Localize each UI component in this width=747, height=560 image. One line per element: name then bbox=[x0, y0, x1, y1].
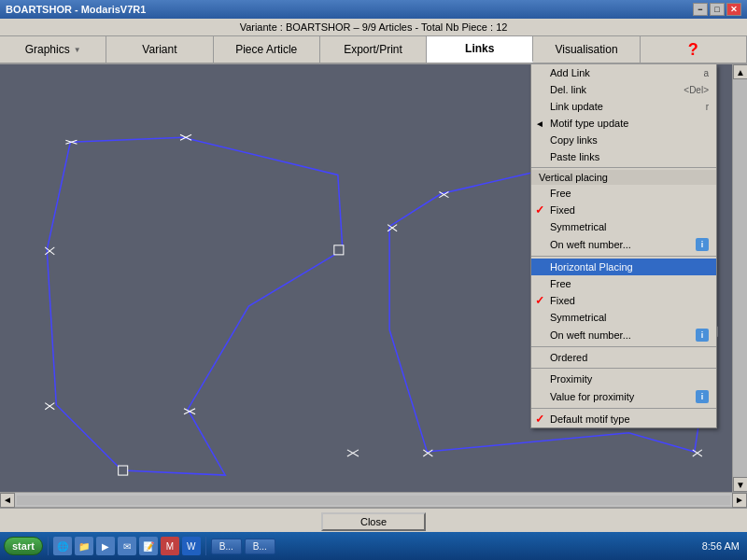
menu-h-on-weft[interactable]: On weft number... i bbox=[531, 326, 716, 344]
scroll-track-h[interactable] bbox=[17, 496, 730, 505]
window-controls: − □ ✕ bbox=[693, 3, 741, 16]
divider-1 bbox=[531, 167, 716, 168]
menu-del-link[interactable]: Del. link <Del> bbox=[531, 81, 716, 98]
info-icon: i bbox=[696, 329, 709, 342]
titlebar-title: BOARTSHOR - ModarisV7R1 bbox=[6, 4, 146, 15]
scroll-up-arrow[interactable]: ▲ bbox=[733, 64, 747, 79]
menu-v-fixed[interactable]: ✓ Fixed bbox=[531, 202, 716, 218]
menu-default-motif[interactable]: ✓ Default motif type bbox=[531, 411, 716, 427]
menu-h-symmetrical[interactable]: Symmetrical bbox=[531, 309, 716, 326]
menu-v-on-weft[interactable]: On weft number... i bbox=[531, 235, 716, 254]
taskbar-icon-ie[interactable]: 🌐 bbox=[53, 537, 72, 555]
menu-graphics[interactable]: Graphics ▼ bbox=[0, 36, 106, 63]
svg-rect-10 bbox=[334, 245, 344, 255]
main-area: Add Link a Del. link <Del> Link update r… bbox=[0, 64, 747, 492]
taskbar-icon-folder[interactable]: 📁 bbox=[75, 537, 93, 555]
checkmark-icon: ✓ bbox=[535, 294, 544, 307]
divider-2 bbox=[531, 256, 716, 257]
scroll-track[interactable] bbox=[733, 79, 747, 477]
divider-4 bbox=[531, 368, 716, 369]
menu-v-free[interactable]: Free bbox=[531, 185, 716, 202]
close-bar: Close bbox=[0, 507, 747, 533]
menu-arrow: ▼ bbox=[74, 46, 81, 54]
close-button[interactable]: Close bbox=[321, 512, 426, 531]
scroll-left-arrow[interactable]: ◄ bbox=[0, 493, 15, 508]
menu-bar: Graphics ▼ Variant Piece Article Export/… bbox=[0, 36, 747, 64]
menu-motif-type-update[interactable]: ◄ Motif type update bbox=[531, 115, 716, 132]
horizontal-scrollbar[interactable]: ◄ ► bbox=[0, 492, 747, 507]
menu-copy-links[interactable]: Copy links bbox=[531, 132, 716, 148]
taskbar-icon-app1[interactable]: M bbox=[161, 537, 179, 555]
checkmark-icon: ✓ bbox=[535, 413, 544, 426]
maximize-button[interactable]: □ bbox=[710, 3, 725, 16]
titlebar: BOARTSHOR - ModarisV7R1 − □ ✕ bbox=[0, 0, 747, 19]
taskbar-icon-note[interactable]: 📝 bbox=[139, 537, 158, 555]
menu-add-link[interactable]: Add Link a bbox=[531, 64, 716, 81]
menu-visualisation[interactable]: Visualisation bbox=[533, 36, 640, 63]
info-icon: i bbox=[696, 238, 709, 251]
taskbar-icon-media[interactable]: ▶ bbox=[96, 537, 115, 555]
menu-links[interactable]: Links bbox=[427, 36, 533, 63]
checkmark-icon: ✓ bbox=[535, 203, 544, 217]
menu-proximity[interactable]: Proximity bbox=[531, 371, 716, 387]
menu-h-free[interactable]: Free bbox=[531, 275, 716, 292]
menu-variant[interactable]: Variant bbox=[106, 36, 213, 63]
menu-piece-article[interactable]: Piece Article bbox=[214, 36, 320, 63]
menu-paste-links[interactable]: Paste links bbox=[531, 148, 716, 165]
section-vertical-placing: Vertical placing bbox=[531, 170, 716, 185]
menu-value-proximity[interactable]: Value for proximity i bbox=[531, 387, 716, 406]
menu-link-update[interactable]: Link update r bbox=[531, 98, 716, 115]
arrow-icon: ◄ bbox=[535, 119, 544, 129]
menu-help[interactable]: ? bbox=[641, 36, 747, 63]
divider-5 bbox=[531, 408, 716, 409]
divider-3 bbox=[531, 346, 716, 347]
taskbar-app-1[interactable]: B... bbox=[211, 539, 242, 554]
info-bar: Variante : BOARTSHOR – 9/9 Articles - To… bbox=[0, 19, 747, 36]
taskbar: start 🌐 📁 ▶ ✉ 📝 M W B... B... 8:56 AM bbox=[0, 532, 747, 560]
taskbar-separator bbox=[48, 537, 49, 555]
scroll-right-arrow[interactable]: ► bbox=[732, 493, 747, 508]
menu-ordered[interactable]: Ordered bbox=[531, 349, 716, 366]
info-icon: i bbox=[696, 390, 709, 403]
menu-horizontal-placing[interactable]: Horizontal Placing bbox=[531, 259, 716, 275]
canvas-area[interactable]: Add Link a Del. link <Del> Link update r… bbox=[0, 64, 732, 492]
start-button[interactable]: start bbox=[4, 537, 43, 555]
menu-export-print[interactable]: Export/Print bbox=[320, 36, 427, 63]
minimize-button[interactable]: − bbox=[693, 3, 708, 16]
scroll-down-arrow[interactable]: ▼ bbox=[733, 477, 747, 492]
close-window-button[interactable]: ✕ bbox=[726, 3, 741, 16]
menu-h-fixed[interactable]: ✓ Fixed bbox=[531, 292, 716, 309]
taskbar-sep-2 bbox=[205, 537, 206, 555]
menu-v-symmetrical[interactable]: Symmetrical bbox=[531, 218, 716, 235]
svg-rect-11 bbox=[119, 466, 128, 475]
taskbar-app-2[interactable]: B... bbox=[245, 539, 275, 554]
taskbar-icon-mail[interactable]: ✉ bbox=[118, 537, 136, 555]
taskbar-clock: 8:56 AM bbox=[702, 540, 743, 552]
vertical-scrollbar[interactable]: ▲ ▼ bbox=[732, 64, 747, 492]
dropdown-menu: Add Link a Del. link <Del> Link update r… bbox=[530, 64, 717, 428]
taskbar-icon-app2[interactable]: W bbox=[182, 537, 201, 555]
